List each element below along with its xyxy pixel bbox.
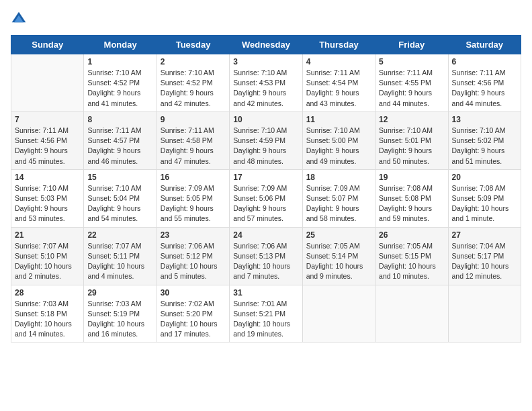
calendar-cell: 16Sunrise: 7:09 AMSunset: 5:05 PMDayligh… — [157, 169, 229, 227]
day-detail: Daylight: 9 hours and 51 minutes. — [452, 146, 517, 166]
day-info: Sunrise: 7:03 AMSunset: 5:19 PMDaylight:… — [87, 299, 152, 340]
calendar-cell: 3Sunrise: 7:10 AMSunset: 4:53 PMDaylight… — [230, 54, 302, 112]
day-detail: Sunrise: 7:06 AM — [161, 241, 226, 251]
day-number: 6 — [452, 57, 517, 66]
day-detail: Daylight: 9 hours and 44 minutes. — [379, 88, 444, 108]
calendar-cell: 23Sunrise: 7:06 AMSunset: 5:12 PMDayligh… — [157, 227, 229, 285]
day-of-week-header: Saturday — [448, 36, 521, 54]
calendar-cell: 1Sunrise: 7:10 AMSunset: 4:52 PMDaylight… — [84, 54, 157, 112]
day-info: Sunrise: 7:11 AMSunset: 4:57 PMDaylight:… — [87, 126, 152, 167]
calendar-cell: 2Sunrise: 7:10 AMSunset: 4:52 PMDaylight… — [157, 54, 229, 112]
day-info: Sunrise: 7:11 AMSunset: 4:56 PMDaylight:… — [15, 126, 80, 167]
day-detail: Daylight: 9 hours and 42 minutes. — [161, 88, 226, 108]
day-detail: Sunrise: 7:11 AM — [379, 68, 444, 78]
day-number: 27 — [452, 230, 517, 240]
day-detail: Sunset: 5:02 PM — [452, 136, 517, 146]
day-detail: Sunrise: 7:10 AM — [379, 126, 444, 136]
day-info: Sunrise: 7:05 AMSunset: 5:15 PMDaylight:… — [379, 241, 444, 282]
day-info: Sunrise: 7:10 AMSunset: 5:04 PMDaylight:… — [87, 183, 152, 224]
day-detail: Daylight: 10 hours and 4 minutes. — [87, 261, 152, 281]
day-detail: Sunrise: 7:09 AM — [233, 183, 298, 193]
day-detail: Daylight: 10 hours and 2 minutes. — [15, 261, 80, 281]
calendar-week-row: 28Sunrise: 7:03 AMSunset: 5:18 PMDayligh… — [11, 285, 521, 342]
day-detail: Sunrise: 7:10 AM — [306, 126, 371, 136]
day-detail: Sunrise: 7:11 AM — [87, 126, 152, 136]
day-detail: Daylight: 9 hours and 57 minutes. — [233, 203, 298, 224]
day-detail: Daylight: 9 hours and 43 minutes. — [306, 88, 371, 108]
day-detail: Sunrise: 7:10 AM — [161, 68, 226, 78]
day-detail: Sunset: 4:55 PM — [379, 78, 444, 88]
day-detail: Daylight: 10 hours and 9 minutes. — [306, 261, 371, 281]
day-number: 1 — [87, 57, 152, 66]
day-detail: Sunset: 5:10 PM — [15, 251, 80, 261]
calendar-cell: 25Sunrise: 7:05 AMSunset: 5:14 PMDayligh… — [302, 227, 375, 285]
day-detail: Daylight: 9 hours and 45 minutes. — [15, 146, 80, 166]
calendar-cell: 7Sunrise: 7:11 AMSunset: 4:56 PMDaylight… — [11, 111, 84, 169]
day-of-week-header: Wednesday — [230, 36, 302, 54]
calendar-cell: 6Sunrise: 7:11 AMSunset: 4:56 PMDaylight… — [448, 54, 521, 112]
day-detail: Sunrise: 7:05 AM — [306, 241, 371, 251]
day-detail: Sunrise: 7:08 AM — [452, 183, 517, 193]
day-info: Sunrise: 7:09 AMSunset: 5:05 PMDaylight:… — [161, 183, 226, 224]
calendar-cell: 20Sunrise: 7:08 AMSunset: 5:09 PMDayligh… — [448, 169, 521, 227]
day-detail: Daylight: 10 hours and 12 minutes. — [452, 261, 517, 281]
day-detail: Daylight: 10 hours and 16 minutes. — [87, 319, 152, 339]
day-of-week-header: Tuesday — [157, 36, 229, 54]
day-detail: Sunrise: 7:06 AM — [233, 241, 298, 251]
day-info: Sunrise: 7:11 AMSunset: 4:55 PMDaylight:… — [379, 68, 444, 109]
calendar-week-row: 1Sunrise: 7:10 AMSunset: 4:52 PMDaylight… — [11, 54, 521, 112]
day-detail: Daylight: 9 hours and 44 minutes. — [452, 88, 517, 108]
calendar-cell — [375, 285, 448, 342]
day-detail: Daylight: 9 hours and 47 minutes. — [161, 146, 226, 166]
calendar-cell: 8Sunrise: 7:11 AMSunset: 4:57 PMDaylight… — [84, 111, 157, 169]
day-number: 15 — [87, 173, 152, 182]
day-info: Sunrise: 7:11 AMSunset: 4:54 PMDaylight:… — [306, 68, 371, 109]
day-detail: Daylight: 9 hours and 50 minutes. — [379, 146, 444, 166]
day-detail: Sunset: 5:06 PM — [233, 193, 298, 203]
day-number: 11 — [306, 115, 371, 124]
calendar-cell: 18Sunrise: 7:09 AMSunset: 5:07 PMDayligh… — [302, 169, 375, 227]
calendar-cell: 4Sunrise: 7:11 AMSunset: 4:54 PMDaylight… — [302, 54, 375, 112]
day-detail: Sunset: 5:03 PM — [15, 193, 80, 203]
calendar-cell: 19Sunrise: 7:08 AMSunset: 5:08 PMDayligh… — [375, 169, 448, 227]
day-detail: Sunrise: 7:10 AM — [87, 68, 152, 78]
day-detail: Sunrise: 7:11 AM — [15, 126, 80, 136]
day-number: 22 — [87, 230, 152, 240]
calendar-cell: 27Sunrise: 7:04 AMSunset: 5:17 PMDayligh… — [448, 227, 521, 285]
day-detail: Sunrise: 7:03 AM — [87, 299, 152, 309]
day-number: 18 — [306, 173, 371, 182]
day-detail: Sunset: 5:12 PM — [161, 251, 226, 261]
day-info: Sunrise: 7:10 AMSunset: 5:03 PMDaylight:… — [15, 183, 80, 224]
day-number: 23 — [161, 230, 226, 240]
day-info: Sunrise: 7:10 AMSunset: 4:59 PMDaylight:… — [233, 126, 298, 167]
logo-icon — [11, 11, 27, 27]
day-number: 25 — [306, 230, 371, 240]
day-number: 16 — [161, 173, 226, 182]
calendar-cell: 24Sunrise: 7:06 AMSunset: 5:13 PMDayligh… — [230, 227, 302, 285]
day-number: 21 — [15, 230, 80, 240]
day-detail: Sunset: 5:08 PM — [379, 193, 444, 203]
day-number: 30 — [161, 288, 226, 298]
day-detail: Sunrise: 7:09 AM — [306, 183, 371, 193]
day-detail: Sunrise: 7:04 AM — [452, 241, 517, 251]
calendar-cell: 30Sunrise: 7:02 AMSunset: 5:20 PMDayligh… — [157, 285, 229, 342]
day-number: 2 — [161, 57, 226, 66]
day-detail: Daylight: 10 hours and 1 minute. — [452, 203, 517, 224]
day-detail: Sunrise: 7:10 AM — [233, 126, 298, 136]
calendar-cell: 21Sunrise: 7:07 AMSunset: 5:10 PMDayligh… — [11, 227, 84, 285]
day-info: Sunrise: 7:10 AMSunset: 4:53 PMDaylight:… — [233, 68, 298, 109]
day-detail: Sunset: 4:57 PM — [87, 136, 152, 146]
day-number: 19 — [379, 173, 444, 182]
calendar-cell: 29Sunrise: 7:03 AMSunset: 5:19 PMDayligh… — [84, 285, 157, 342]
day-info: Sunrise: 7:08 AMSunset: 5:08 PMDaylight:… — [379, 183, 444, 224]
calendar-cell: 13Sunrise: 7:10 AMSunset: 5:02 PMDayligh… — [448, 111, 521, 169]
calendar-cell: 22Sunrise: 7:07 AMSunset: 5:11 PMDayligh… — [84, 227, 157, 285]
day-detail: Sunset: 5:09 PM — [452, 193, 517, 203]
day-detail: Sunset: 5:14 PM — [306, 251, 371, 261]
day-number: 7 — [15, 115, 80, 124]
day-detail: Sunset: 5:11 PM — [87, 251, 152, 261]
day-detail: Sunrise: 7:11 AM — [161, 126, 226, 136]
day-number: 28 — [15, 288, 80, 298]
calendar-cell — [448, 285, 521, 342]
day-detail: Sunset: 5:15 PM — [379, 251, 444, 261]
